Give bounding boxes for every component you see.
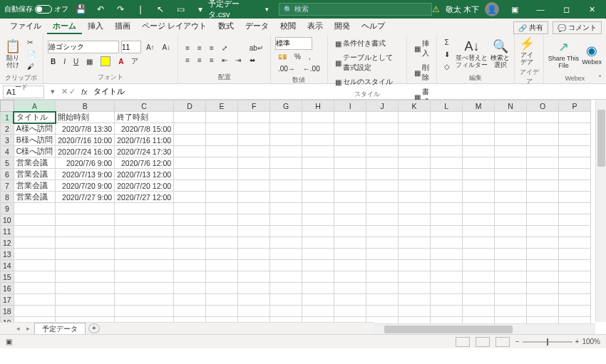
cell[interactable] <box>238 226 270 237</box>
cell[interactable] <box>238 294 270 306</box>
cell[interactable] <box>14 226 56 237</box>
cell[interactable] <box>559 192 591 203</box>
percent-button[interactable]: % <box>292 51 304 62</box>
maximize-icon[interactable]: ◻ <box>556 1 576 17</box>
touch-icon[interactable]: ▭ <box>173 1 188 17</box>
cell[interactable] <box>431 294 463 306</box>
cell[interactable] <box>366 203 399 214</box>
ideas-button[interactable]: ⚡アイ デア <box>519 37 535 66</box>
cell[interactable] <box>270 135 302 146</box>
cell[interactable] <box>495 157 527 169</box>
cell[interactable] <box>174 214 206 226</box>
cell[interactable] <box>334 249 366 260</box>
cell[interactable] <box>334 112 366 123</box>
autosave-toggle[interactable]: 自動保存 オフ <box>4 4 68 14</box>
select-all-corner[interactable] <box>1 100 14 112</box>
cell[interactable] <box>206 169 238 180</box>
cell[interactable] <box>206 146 238 157</box>
cell[interactable] <box>463 203 495 214</box>
cell[interactable] <box>206 203 238 214</box>
cell[interactable] <box>463 294 495 306</box>
cell[interactable] <box>334 123 366 135</box>
cell[interactable] <box>431 180 463 192</box>
cell[interactable] <box>174 192 206 203</box>
cell[interactable] <box>14 306 56 317</box>
zoom-out-icon[interactable]: − <box>515 338 520 345</box>
cell[interactable] <box>463 146 495 157</box>
cell[interactable] <box>431 237 463 249</box>
cell[interactable] <box>366 237 399 249</box>
cell[interactable] <box>302 203 334 214</box>
cell[interactable] <box>334 157 366 169</box>
row-header[interactable]: 17 <box>1 294 14 306</box>
clear-button[interactable]: ◇ <box>441 61 453 72</box>
cell[interactable] <box>559 112 591 123</box>
menu-tab-ホーム[interactable]: ホーム <box>47 19 82 34</box>
cell[interactable] <box>399 123 431 135</box>
cell[interactable] <box>431 214 463 226</box>
menu-tab-校閲[interactable]: 校閲 <box>274 19 302 34</box>
cell[interactable] <box>399 249 431 260</box>
cell[interactable] <box>206 249 238 260</box>
cell[interactable] <box>270 306 302 317</box>
cell[interactable] <box>334 306 366 317</box>
cell[interactable] <box>334 203 366 214</box>
cell[interactable] <box>527 283 559 294</box>
cell[interactable] <box>302 214 334 226</box>
cell[interactable] <box>366 226 399 237</box>
cell[interactable] <box>431 135 463 146</box>
cell[interactable] <box>174 237 206 249</box>
cell[interactable] <box>527 249 559 260</box>
increase-decimal-button[interactable]: .00→ <box>275 63 298 74</box>
decrease-font-button[interactable]: A↓ <box>160 42 174 53</box>
cell[interactable] <box>174 146 206 157</box>
cell[interactable] <box>238 237 270 249</box>
cell[interactable] <box>174 157 206 169</box>
menu-tab-ヘルプ[interactable]: ヘルプ <box>356 19 391 34</box>
cell[interactable] <box>56 226 115 237</box>
enter-formula-icon[interactable]: ✓ <box>69 87 76 96</box>
cell[interactable] <box>366 260 399 271</box>
row-header[interactable]: 3 <box>1 135 14 146</box>
row-header[interactable]: 1 <box>1 112 14 123</box>
cell[interactable] <box>559 237 591 249</box>
cell[interactable]: C様へ訪問 <box>14 146 56 157</box>
cell[interactable] <box>115 214 174 226</box>
row-header[interactable]: 18 <box>1 306 14 317</box>
cell[interactable] <box>366 169 399 180</box>
cell[interactable] <box>206 271 238 283</box>
column-header[interactable]: P <box>559 100 591 112</box>
format-as-table-button[interactable]: ▦ テーブルとして書式設定 <box>332 51 402 74</box>
cell[interactable] <box>495 135 527 146</box>
cell[interactable] <box>238 169 270 180</box>
number-format-select[interactable] <box>275 37 312 50</box>
cell[interactable] <box>527 260 559 271</box>
cell[interactable] <box>238 214 270 226</box>
cell[interactable] <box>463 226 495 237</box>
qat-more-icon[interactable]: ▾ <box>192 1 208 17</box>
cell[interactable] <box>115 294 174 306</box>
cell[interactable] <box>366 157 399 169</box>
cell[interactable] <box>174 294 206 306</box>
column-header[interactable]: K <box>399 100 431 112</box>
row-header[interactable]: 16 <box>1 283 14 294</box>
cell[interactable] <box>399 260 431 271</box>
minimize-icon[interactable]: — <box>530 1 550 17</box>
cell[interactable] <box>206 157 238 169</box>
menu-tab-開発[interactable]: 開発 <box>329 19 356 34</box>
column-header[interactable]: I <box>334 100 366 112</box>
cell[interactable] <box>115 260 174 271</box>
cell[interactable] <box>302 180 334 192</box>
align-bottom-button[interactable]: ≡ <box>207 43 217 53</box>
cell[interactable] <box>559 271 591 283</box>
cell[interactable] <box>334 260 366 271</box>
cell[interactable] <box>206 226 238 237</box>
cell[interactable] <box>302 146 334 157</box>
cell[interactable] <box>527 203 559 214</box>
cell[interactable] <box>431 146 463 157</box>
cell[interactable] <box>463 180 495 192</box>
cell[interactable] <box>14 294 56 306</box>
sort-filter-button[interactable]: A↓並べ替えと フィルター <box>456 40 488 69</box>
cell[interactable] <box>559 306 591 317</box>
wrap-text-button[interactable]: ab↵ <box>247 43 266 53</box>
